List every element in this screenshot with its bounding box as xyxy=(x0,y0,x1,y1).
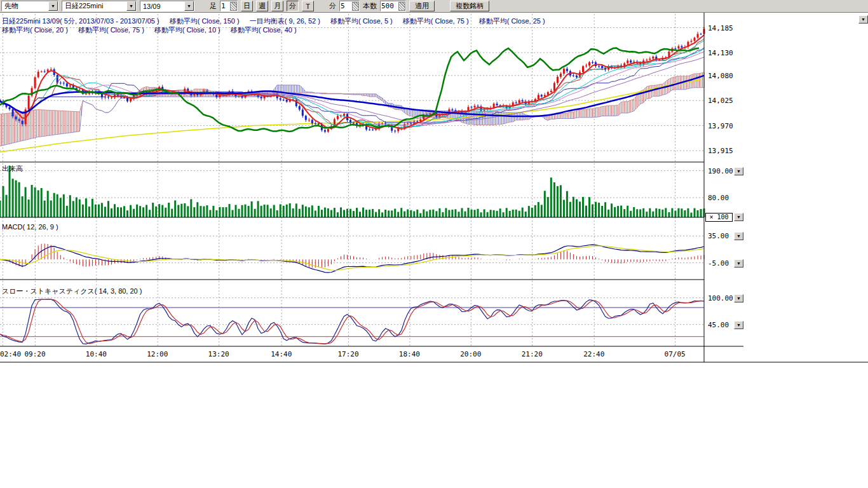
macd-axis-label: -5.00 xyxy=(708,259,729,268)
spinner-icon[interactable] xyxy=(352,2,359,11)
x-axis-label: 10:40 xyxy=(86,350,107,358)
indicator-label: 移動平均( Close, 25 ) xyxy=(479,17,545,26)
symbol-value: 日経225mini xyxy=(65,1,104,11)
axis-menu-button[interactable]: ▼ xyxy=(734,294,743,302)
spinner-icon[interactable] xyxy=(230,2,237,11)
contract-month-value: 13/09 xyxy=(143,3,161,10)
price-axis-label: 13,915 xyxy=(708,147,733,155)
spinner-icon[interactable] xyxy=(398,2,405,11)
macd-panel-label: MACD( 12, 26, 9 ) xyxy=(2,223,58,231)
apply-button[interactable]: 適用 xyxy=(409,1,435,11)
x-axis-label: 14:40 xyxy=(271,350,292,358)
bar-quantity-input[interactable] xyxy=(381,2,398,10)
axis-menu-button[interactable]: ▼ xyxy=(734,321,743,329)
toolbar: 先物 ▼ 日経225mini ▼ 13/09 ▼ 足 日 週 月 分 T 分 本… xyxy=(0,0,868,13)
period-minute-button[interactable]: 分 xyxy=(287,1,299,11)
period-day-button[interactable]: 日 xyxy=(241,1,253,11)
period-tick-button[interactable]: T xyxy=(302,1,314,11)
indicator-label: 一目均衡表( 9, 26, 52 ) xyxy=(250,17,320,26)
volume-axis-label: 190.00 xyxy=(708,167,733,175)
axis-menu-button[interactable]: ▼ xyxy=(734,213,743,221)
chevron-down-icon[interactable]: ▼ xyxy=(126,1,136,11)
chevron-down-icon[interactable]: ▼ xyxy=(48,1,58,11)
indicator-label: 移動平均( Close, 5 ) xyxy=(330,17,393,26)
minute-label: 分 xyxy=(329,1,336,11)
contract-month-select[interactable]: 13/09 ▼ xyxy=(140,1,194,11)
price-axis-label: 14,130 xyxy=(708,49,733,57)
bar-count-field[interactable] xyxy=(220,1,238,11)
stochastics-axis-label: 45.00 xyxy=(708,321,729,329)
bar-quantity-field[interactable] xyxy=(380,1,406,11)
x-axis-label: 02:40 xyxy=(0,350,21,358)
volume-scale-box: × 100 xyxy=(705,213,733,222)
x-axis-label: 13:20 xyxy=(208,350,229,358)
chart-region: 日経225mini 13/09( 5分, 2013/07/03 - 2013/0… xyxy=(0,13,868,372)
price-axis-label: 14,025 xyxy=(708,97,733,105)
indicator-header-row-2: 移動平均( Close, 20 ) 移動平均( Close, 75 ) 移動平均… xyxy=(2,25,297,35)
chart-title: 日経225mini 13/09( 5分, 2013/07/03 - 2013/0… xyxy=(2,17,159,26)
axis-menu-button[interactable]: ▼ xyxy=(734,232,743,240)
indicator-label: 移動平均( Close, 10 ) xyxy=(154,25,220,35)
period-month-button[interactable]: 月 xyxy=(271,1,283,11)
stochastics-panel-label: スロー・ストキャスティクス( 14, 3, 80, 20 ) xyxy=(2,287,142,296)
axis-menu-button[interactable]: ▼ xyxy=(734,259,743,268)
axis-menu-button[interactable]: ▼ xyxy=(734,167,743,175)
period-week-button[interactable]: 週 xyxy=(256,1,268,11)
chart-canvas[interactable] xyxy=(0,13,868,372)
instrument-type-value: 先物 xyxy=(4,1,18,11)
x-axis-label: 18:40 xyxy=(399,350,420,358)
indicator-label: 移動平均( Close, 75 ) xyxy=(403,17,469,26)
x-axis-label: 20:00 xyxy=(460,350,481,358)
axis-menu-button[interactable]: ▼ xyxy=(858,15,868,24)
indicator-label: 移動平均( Close, 150 ) xyxy=(170,17,240,26)
price-axis-label: 14,080 xyxy=(708,72,733,80)
indicator-label: 移動平均( Close, 40 ) xyxy=(231,25,297,35)
chevron-down-icon[interactable]: ▼ xyxy=(184,1,194,11)
instrument-type-select[interactable]: 先物 ▼ xyxy=(1,1,58,11)
price-axis-label: 14,185 xyxy=(708,24,733,32)
volume-axis-label: 80.00 xyxy=(708,194,729,202)
x-axis-label: 17:20 xyxy=(337,350,358,358)
indicator-label: 移動平均( Close, 75 ) xyxy=(78,25,144,35)
multi-symbol-button[interactable]: 複数銘柄 xyxy=(450,1,489,11)
price-axis-label: 13,970 xyxy=(708,122,733,130)
x-axis-label: 09:20 xyxy=(24,350,45,358)
x-axis-label: 12:00 xyxy=(147,350,168,358)
volume-panel-label: 出来高 xyxy=(2,164,23,173)
symbol-select[interactable]: 日経225mini ▼ xyxy=(62,1,137,11)
indicator-header-row-1: 日経225mini 13/09( 5分, 2013/07/03 - 2013/0… xyxy=(2,17,545,26)
minute-field[interactable] xyxy=(339,1,360,11)
bar-quantity-label: 本数 xyxy=(363,1,377,11)
bar-type-label: 足 xyxy=(210,1,217,11)
x-axis-label: 07/05 xyxy=(665,350,686,358)
stochastics-axis-label: 100.00 xyxy=(708,294,733,302)
macd-axis-label: 35.00 xyxy=(708,232,729,240)
x-axis-label: 21:20 xyxy=(522,350,543,358)
minute-input[interactable] xyxy=(341,2,351,10)
x-axis-label: 22:40 xyxy=(583,350,604,358)
bar-count-input[interactable] xyxy=(221,2,229,10)
indicator-label: 移動平均( Close, 20 ) xyxy=(2,25,68,35)
